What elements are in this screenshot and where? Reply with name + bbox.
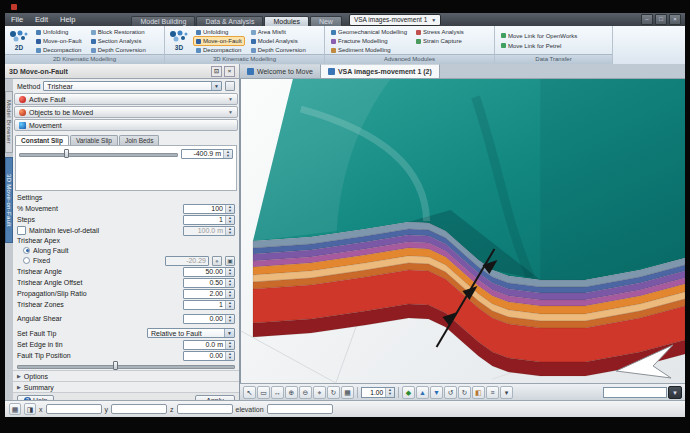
status-elevation-input[interactable] bbox=[267, 404, 333, 414]
trishear-angle-input[interactable]: 50.00 ▲▼ bbox=[183, 267, 235, 277]
tab-modules[interactable]: Modules bbox=[264, 16, 308, 26]
pick-apex-button[interactable]: ⌖ bbox=[212, 256, 222, 266]
toolbar-overflow-menu[interactable]: ▼ bbox=[668, 386, 682, 399]
zoom-level-input[interactable]: 1.00▲▼ bbox=[361, 387, 395, 398]
propagation-slip-ratio-input[interactable]: 2.00 ▲▼ bbox=[183, 289, 235, 299]
tab-variable-slip[interactable]: Variable Slip bbox=[70, 135, 118, 145]
more-tools-menu-button[interactable]: ▾ bbox=[500, 386, 513, 399]
spinner-control[interactable]: ▲▼ bbox=[225, 227, 234, 235]
trishear-angle-offset-input[interactable]: 0.50 ▲▼ bbox=[183, 278, 235, 288]
menu-edit[interactable]: Edit bbox=[29, 15, 54, 24]
set-edge-input[interactable]: 0.0 m ▲▼ bbox=[183, 340, 235, 350]
rotate-view-tool-button[interactable]: ↻ bbox=[327, 386, 340, 399]
fixed-apex-radio[interactable] bbox=[23, 257, 30, 264]
status-y-input[interactable] bbox=[111, 404, 167, 414]
viewport-3d[interactable] bbox=[240, 79, 685, 383]
coordinate-mode-icon[interactable]: ◨ bbox=[24, 403, 36, 415]
pan-tool-button[interactable]: ↔ bbox=[271, 386, 284, 399]
status-bar: ▦ ◨ x y z elevation bbox=[5, 400, 685, 417]
steps-input[interactable]: 1 ▲▼ bbox=[183, 215, 235, 225]
doc-tab-welcome[interactable]: Welcome to Move bbox=[240, 64, 321, 78]
box-zoom-tool-button[interactable]: ▭ bbox=[257, 386, 270, 399]
view-presets-button[interactable]: ▦ bbox=[341, 386, 354, 399]
spinner-control[interactable]: ▲▼ bbox=[225, 341, 234, 349]
along-fault-radio[interactable] bbox=[23, 247, 30, 254]
minimize-button[interactable]: – bbox=[641, 14, 653, 25]
spinner-control[interactable]: ▲▼ bbox=[225, 216, 234, 224]
spinner-control[interactable]: ▲▼ bbox=[385, 388, 394, 397]
slip-slider[interactable] bbox=[19, 149, 178, 158]
restore-button[interactable]: □ bbox=[655, 14, 667, 25]
sidebar-tab-3d-move-on-fault[interactable]: 3D Move-on-Fault bbox=[5, 157, 13, 243]
lower-tool-button[interactable]: ▼ bbox=[430, 386, 443, 399]
select-tool-button[interactable]: ↖ bbox=[243, 386, 256, 399]
ribbon-item-label: Area Misfit bbox=[258, 29, 286, 35]
slip-value-input[interactable]: -400.9 m ▲▼ bbox=[181, 149, 233, 159]
redo-view-button[interactable]: ↻ bbox=[458, 386, 471, 399]
toolbar-filter-input[interactable] bbox=[603, 387, 667, 398]
spinner-control[interactable]: ▲▼ bbox=[225, 315, 234, 323]
maintain-lod-checkbox[interactable] bbox=[17, 226, 26, 235]
close-panel-icon[interactable]: × bbox=[224, 66, 235, 77]
spinner-control[interactable]: ▲▼ bbox=[225, 290, 234, 298]
slider-handle[interactable] bbox=[113, 361, 118, 370]
zoom-out-tool-button[interactable]: ⊖ bbox=[299, 386, 312, 399]
fault-tip-position-input[interactable]: 0.00 ▲▼ bbox=[183, 351, 235, 361]
zoom-level-value: 1.00 bbox=[362, 389, 385, 396]
spinner-control[interactable]: ▲▼ bbox=[223, 150, 232, 158]
slider-handle[interactable] bbox=[64, 149, 69, 158]
method-options-button[interactable] bbox=[225, 81, 235, 91]
status-z-input[interactable] bbox=[177, 404, 233, 414]
angular-shear-label: Angular Shear bbox=[17, 315, 180, 322]
tab-new[interactable]: New bbox=[310, 16, 342, 26]
zoom-extents-tool-button[interactable]: ⌖ bbox=[313, 386, 326, 399]
apex-display-button[interactable]: ▣ bbox=[225, 256, 235, 266]
document-selector-dropdown[interactable]: VSA images-movement 1 ▼ bbox=[349, 14, 441, 26]
angular-shear-input[interactable]: 0.00 ▲▼ bbox=[183, 314, 235, 324]
tab-join-beds[interactable]: Join Beds bbox=[119, 135, 160, 145]
zoom-in-tool-button[interactable]: ⊕ bbox=[285, 386, 298, 399]
panel-header: 3D Move-on-Fault ⊡ × bbox=[5, 64, 240, 78]
trishear-zones-input[interactable]: 1 ▲▼ bbox=[183, 300, 235, 310]
sidebar-tab-model-browser[interactable]: Model Browser bbox=[5, 91, 13, 153]
fixed-apex-input[interactable]: -20.29 bbox=[165, 256, 209, 266]
set-fault-tip-dropdown[interactable]: Relative to Fault ▼ bbox=[147, 328, 235, 338]
summary-collapsible[interactable]: ▶ Summary bbox=[13, 381, 239, 392]
options-collapsible[interactable]: ▶ Options bbox=[13, 370, 239, 381]
decompaction-icon bbox=[196, 48, 201, 53]
spinner-control[interactable]: ▲▼ bbox=[225, 352, 234, 360]
percent-movement-input[interactable]: 100 ▲▼ bbox=[183, 204, 235, 214]
section-bar-movement[interactable]: Movement bbox=[14, 119, 238, 131]
tab-model-building[interactable]: Model Building bbox=[131, 16, 195, 26]
ribbon-item-move-link-for-petrel[interactable]: Move Link for Petrel bbox=[498, 41, 580, 51]
display-options-button[interactable]: ◧ bbox=[472, 386, 485, 399]
ribbon-item-label: Fracture Modelling bbox=[338, 38, 388, 44]
viewport-3d-scene[interactable] bbox=[241, 79, 685, 383]
section-bar-objects-to-be-moved[interactable]: Objects to be Moved ▼ bbox=[14, 106, 238, 118]
ribbon-item-strain-capture[interactable]: Strain Capture bbox=[413, 36, 467, 46]
maintain-lod-input[interactable]: 100.0 m ▲▼ bbox=[183, 226, 235, 236]
tracking-mode-icon[interactable]: ▦ bbox=[9, 403, 21, 415]
status-x-input[interactable] bbox=[46, 404, 102, 414]
doc-tab-vsa-movement[interactable]: VSA images-movement 1 (2) bbox=[321, 64, 440, 78]
raise-tool-button[interactable]: ▲ bbox=[416, 386, 429, 399]
spinner-control[interactable]: ▲▼ bbox=[225, 205, 234, 213]
ribbon-group-3d-kinematic-modelling: 3DUnfoldingMove-on-FaultDecompactionArea… bbox=[165, 26, 325, 64]
spinner-control[interactable]: ▲▼ bbox=[225, 268, 234, 276]
spinner-control[interactable]: ▲▼ bbox=[225, 301, 234, 309]
menu-file[interactable]: File bbox=[5, 15, 29, 24]
section-bar-active-fault[interactable]: Active Fault ▼ bbox=[14, 93, 238, 105]
pin-panel-icon[interactable]: ⊡ bbox=[211, 66, 222, 77]
slip-editor-canvas[interactable]: -400.9 m ▲▼ bbox=[15, 145, 237, 191]
menu-help[interactable]: Help bbox=[54, 15, 81, 24]
list-options-button[interactable]: ≡ bbox=[486, 386, 499, 399]
method-dropdown[interactable]: Trishear ▼ bbox=[43, 81, 222, 91]
ribbon-item-move-link-for-openworks[interactable]: Move Link for OpenWorks bbox=[498, 31, 580, 41]
close-button[interactable]: × bbox=[669, 14, 681, 25]
undo-view-button[interactable]: ↺ bbox=[444, 386, 457, 399]
move-object-tool-button[interactable]: ◆ bbox=[402, 386, 415, 399]
fault-tip-position-slider[interactable] bbox=[17, 361, 235, 370]
tab-data-analysis[interactable]: Data & Analysis bbox=[196, 16, 263, 26]
spinner-control[interactable]: ▲▼ bbox=[225, 279, 234, 287]
tab-constant-slip[interactable]: Constant Slip bbox=[15, 135, 69, 145]
